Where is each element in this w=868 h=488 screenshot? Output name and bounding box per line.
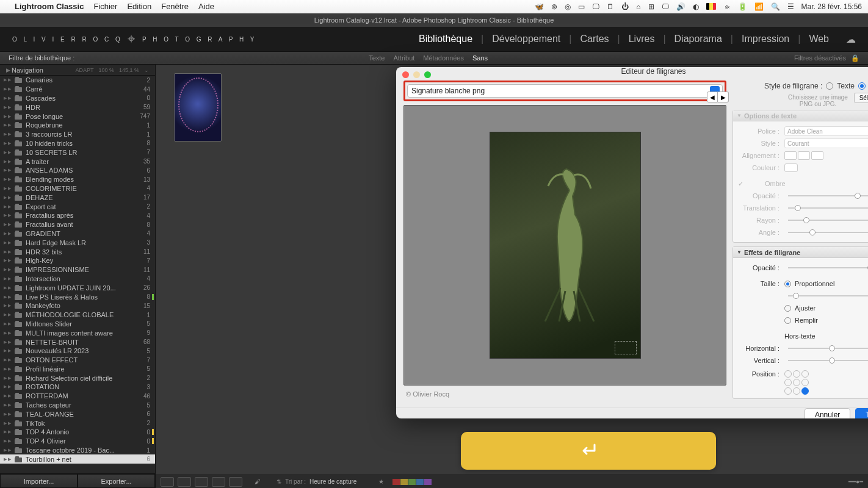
painter-icon[interactable]: 🖌 — [255, 478, 261, 485]
filter-tab-text[interactable]: Texte — [369, 54, 385, 62]
collection-row[interactable]: ▶▶TikTok2 — [0, 418, 155, 428]
collection-row[interactable]: ▶▶Cascades0 — [0, 94, 155, 103]
control-center-icon[interactable]: ☰ — [787, 2, 794, 11]
window-zoom[interactable] — [28, 17, 35, 24]
cloud-sync-icon[interactable]: ☁ — [846, 34, 856, 45]
inset-v-slider[interactable] — [788, 360, 868, 361]
size-fit-radio[interactable] — [784, 305, 791, 312]
battery-icon[interactable]: 🔋 — [738, 2, 747, 11]
collection-row[interactable]: ▶▶Live PS Liserés & Halos8 — [0, 292, 155, 301]
preset-dropdown[interactable]: Signature blanche png ⌄ — [407, 84, 723, 98]
view-loupe-button[interactable] — [178, 477, 191, 487]
collection-row[interactable]: ▶▶Pose longue747 — [0, 112, 155, 121]
view-people-button[interactable] — [229, 477, 242, 487]
collection-row[interactable]: ▶▶TOP 4 Antonio0 — [0, 428, 155, 437]
watermark-handle[interactable] — [615, 341, 637, 354]
color-labels[interactable] — [392, 479, 432, 485]
collection-row[interactable]: ▶▶DEHAZE17 — [0, 193, 155, 202]
size-proportional-radio[interactable] — [784, 281, 791, 287]
collection-row[interactable]: ▶▶TOP 4 Olivier0 — [0, 437, 155, 446]
module-web[interactable]: Web — [809, 34, 829, 45]
flag-icon[interactable] — [706, 3, 716, 10]
filter-tab-none[interactable]: Sans — [472, 54, 488, 62]
rating-star[interactable]: ★ — [378, 478, 384, 485]
collection-row[interactable]: ▶▶GRADIENT4 — [0, 229, 155, 239]
view-grid-button[interactable] — [161, 477, 174, 487]
dialog-zoom[interactable] — [424, 71, 431, 78]
module-library[interactable]: Bibliothèque — [419, 34, 472, 45]
filter-tab-metadata[interactable]: Métadonnées — [423, 54, 464, 62]
collection-row[interactable]: ▶▶Tourbillon + net6 — [0, 454, 155, 464]
collection-row[interactable]: ▶▶10 SECRETS LR7 — [0, 148, 155, 157]
collection-row[interactable]: ▶▶3 raccourcis LR1 — [0, 130, 155, 139]
collection-row[interactable]: ▶▶Blending modes13 — [0, 175, 155, 184]
collection-row[interactable]: ▶▶Fractalius après4 — [0, 211, 155, 220]
collection-row[interactable]: ▶▶ROTATION3 — [0, 382, 155, 392]
menu-window[interactable]: Fenêtre — [161, 2, 189, 11]
collection-row[interactable]: ▶▶HDR59 — [0, 102, 155, 112]
app-name[interactable]: Lightroom Classic — [15, 2, 84, 11]
collection-row[interactable]: ▶▶Midtones Slider5 — [0, 320, 155, 329]
window-close[interactable] — [6, 17, 13, 24]
collection-row[interactable]: ▶▶Canaries2 — [0, 76, 155, 85]
style-graphic-radio[interactable] — [858, 82, 866, 90]
anchor-grid[interactable] — [784, 370, 809, 395]
size-fill-radio[interactable] — [784, 317, 791, 324]
collection-row[interactable]: ▶▶Taches capteur5 — [0, 401, 155, 410]
collection-row[interactable]: ▶▶IMPRESSIONNISME11 — [0, 265, 155, 274]
collection-row[interactable]: ▶▶MULTI images content aware9 — [0, 328, 155, 337]
collection-row[interactable]: ▶▶Intersection4 — [0, 274, 155, 284]
collection-row[interactable]: ▶▶High-Key7 — [0, 256, 155, 265]
view-survey-button[interactable] — [212, 477, 225, 487]
filter-tab-attribute[interactable]: Attribut — [393, 54, 414, 62]
opacity-slider[interactable] — [788, 267, 868, 268]
navigator-header[interactable]: ▶ Navigation ADAPT 100 % 145,1 % ⌄ — [0, 65, 155, 76]
cancel-button[interactable]: Annuler — [805, 408, 850, 418]
menu-help[interactable]: Aide — [198, 2, 214, 11]
dialog-close[interactable] — [402, 71, 409, 78]
collection-row[interactable]: ▶▶Richard Selection ciel difficile2 — [0, 373, 155, 382]
collection-row[interactable]: ▶▶HDR 32 bits11 — [0, 247, 155, 256]
collection-row[interactable]: ▶▶A traiter35 — [0, 157, 155, 166]
collection-row[interactable]: ▶▶ANSEL ADAMS6 — [0, 166, 155, 175]
copyright-field[interactable]: © Olivier Rocq — [403, 386, 726, 403]
sort-direction-icon[interactable]: ⇅ — [277, 478, 281, 485]
clock[interactable]: Mar. 28 févr. 15:56 — [801, 2, 862, 11]
filters-disabled-label[interactable]: Filtres désactivés — [794, 54, 846, 62]
volume-icon[interactable]: 🔊 — [676, 2, 685, 11]
collection-row[interactable]: ▶▶Hard Edge Mask LR3 — [0, 238, 155, 247]
collection-row[interactable]: ▶▶COLORIMETRIE4 — [0, 184, 155, 193]
collection-row[interactable]: ▶▶Toscane octobre 2019 - Bac...1 — [0, 446, 155, 455]
menu-file[interactable]: Fichier — [93, 2, 117, 11]
module-slideshow[interactable]: Diaporama — [675, 34, 722, 45]
module-develop[interactable]: Développement — [492, 34, 560, 45]
grid-thumbnail[interactable] — [174, 73, 222, 142]
size-slider[interactable] — [788, 295, 868, 296]
module-print[interactable]: Impression — [742, 34, 789, 45]
done-button[interactable]: Terminé — [855, 408, 868, 418]
menu-edit[interactable]: Edition — [127, 2, 151, 11]
collection-row[interactable]: ▶▶10 hidden tricks8 — [0, 139, 155, 148]
collection-row[interactable]: ▶▶Nouveautés LR 20235 — [0, 346, 155, 356]
collection-list[interactable]: ▶▶Canaries2▶▶Carré44▶▶Cascades0▶▶HDR59▶▶… — [0, 76, 155, 473]
collection-row[interactable]: ▶▶ROTTERDAM46 — [0, 392, 155, 401]
view-compare-button[interactable] — [195, 477, 208, 487]
export-button[interactable]: Exporter... — [78, 474, 155, 488]
collection-row[interactable]: ▶▶Mankeyfoto15 — [0, 301, 155, 310]
chevron-down-icon[interactable]: ⌄ — [144, 67, 149, 73]
collection-row[interactable]: ▶▶MÉTHODOLOGIE GLOBALE1 — [0, 310, 155, 320]
collection-row[interactable]: ▶▶Lightroom UPDATE JUIN 20...26 — [0, 283, 155, 292]
wifi-icon[interactable]: 📶 — [754, 2, 764, 11]
search-icon[interactable]: 🔍 — [771, 2, 780, 11]
collection-row[interactable]: ▶▶NETTETE-BRUIT68 — [0, 337, 155, 346]
next-image-button[interactable]: ▶ — [718, 92, 729, 102]
thumbnail-size-slider[interactable]: ━━●━ — [848, 478, 863, 485]
inset-h-slider[interactable] — [788, 348, 868, 349]
collection-row[interactable]: ▶▶ORTON EFFECT7 — [0, 356, 155, 365]
choose-image-button[interactable]: Sélectionner... — [854, 93, 868, 103]
bluetooth-icon[interactable]: ⨳ — [723, 2, 731, 11]
module-map[interactable]: Cartes — [580, 34, 609, 45]
collection-row[interactable]: ▶▶Carré44 — [0, 85, 155, 94]
collection-row[interactable]: ▶▶Profil linéaire5 — [0, 365, 155, 374]
dialog-minimize[interactable] — [413, 71, 420, 78]
